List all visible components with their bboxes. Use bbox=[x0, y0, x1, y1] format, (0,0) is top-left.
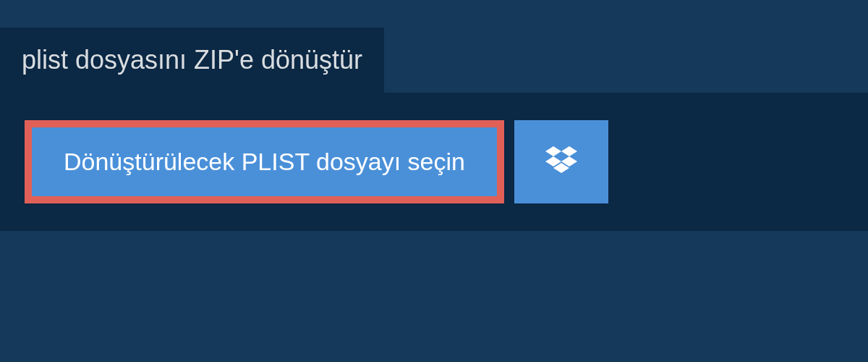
title-bar: plist dosyasını ZIP'e dönüştür bbox=[0, 28, 384, 93]
dropbox-button[interactable] bbox=[514, 120, 608, 203]
main-panel: Dönüştürülecek PLIST dosyayı seçin bbox=[0, 93, 868, 231]
dropbox-icon bbox=[545, 146, 577, 178]
select-file-button[interactable]: Dönüştürülecek PLIST dosyayı seçin bbox=[25, 120, 504, 203]
page-title: plist dosyasını ZIP'e dönüştür bbox=[22, 45, 362, 75]
select-file-label: Dönüştürülecek PLIST dosyayı seçin bbox=[64, 148, 465, 176]
button-row: Dönüştürülecek PLIST dosyayı seçin bbox=[25, 120, 843, 203]
